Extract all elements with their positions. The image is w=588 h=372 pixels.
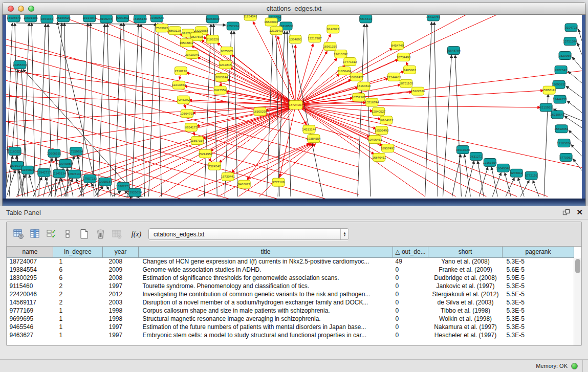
graph-node[interactable]: 25160521 (8, 147, 22, 156)
graph-node[interactable]: 10496463 (368, 136, 382, 144)
table-cell[interactable]: 19384554 (7, 266, 53, 274)
graph-node[interactable]: 15958112 (542, 86, 557, 94)
graph-node[interactable]: 22040527 (372, 107, 386, 116)
graph-node[interactable]: 10958187 (98, 178, 113, 186)
graph-node[interactable]: 18412764 (426, 15, 441, 21)
graph-node[interactable]: 13216744 (365, 98, 379, 106)
graph-node[interactable]: 10975887 (58, 159, 73, 167)
graph-node[interactable]: 6770962 (560, 153, 573, 161)
table-cell[interactable]: 1 (53, 323, 103, 331)
graph-node[interactable]: 12161654 (483, 158, 497, 166)
close-window-button[interactable] (8, 6, 14, 12)
table-cell[interactable]: Yano et al. (2008) (428, 257, 503, 266)
table-selector[interactable]: citations_edges.txt▲▼ (148, 228, 349, 240)
graph-node[interactable]: 20691406 (24, 15, 38, 22)
table-cell[interactable]: Corpus callosum shape and size in male p… (139, 307, 393, 315)
table-cell[interactable]: Changes of HCN gene expression and I(f) … (139, 257, 393, 266)
graph-node[interactable]: 17957233 (83, 174, 97, 183)
graph-node[interactable]: 16919229 (456, 146, 470, 154)
toggle-rows-button[interactable] (61, 228, 75, 241)
graph-node[interactable]: 13405573 (7, 15, 21, 22)
table-cell[interactable]: 2 (53, 290, 103, 298)
table-row[interactable]: 946362711997Embryonic stem cells: a mode… (7, 331, 574, 339)
table-cell[interactable]: 5.3E-5 (503, 282, 574, 290)
graph-node[interactable]: 7485083 (404, 65, 417, 74)
table-cell[interactable]: 22420046 (7, 290, 53, 298)
graph-node[interactable]: 16165130 (133, 15, 147, 23)
graph-node[interactable]: 9242845 (219, 61, 232, 69)
graph-node[interactable]: 16210643 (550, 111, 564, 119)
graph-node[interactable]: 8954173 (185, 123, 198, 132)
graph-node[interactable]: 18300295 (253, 107, 267, 116)
graph-node[interactable]: 18757105 (352, 93, 366, 101)
graph-node[interactable]: 2803144 (215, 73, 228, 81)
column-header-pagerank[interactable]: pagerank (503, 247, 574, 257)
graph-node[interactable]: 6772195 (525, 171, 538, 180)
graph-node[interactable]: 7563822 (156, 24, 168, 32)
graph-node[interactable]: 16053809 (206, 15, 220, 23)
table-cell[interactable]: 0 (393, 290, 428, 298)
graph-node[interactable]: 12213363 (172, 81, 186, 89)
graph-node[interactable]: 11156803 (21, 166, 35, 174)
table-cell[interactable]: Stergiakouli et al. (2012) (428, 290, 503, 298)
graph-node[interactable]: 17771312 (343, 58, 357, 66)
table-cell[interactable]: 14569117 (7, 298, 53, 307)
table-cell[interactable]: 9463627 (7, 331, 53, 339)
table-cell[interactable]: 0 (393, 307, 428, 315)
network-graph[interactable]: 1340557320691406946435425166520119140439… (6, 15, 582, 199)
table-row[interactable]: 1456911722003Disruption of a novel membe… (7, 298, 574, 307)
table-cell[interactable]: 0 (393, 282, 428, 290)
table-cell[interactable]: Wolkin et al. (1998) (428, 315, 503, 323)
graph-node[interactable]: 16543812 (180, 39, 194, 47)
float-panel-icon[interactable] (562, 209, 570, 216)
table-cell[interactable]: Tibbo et al. (1998) (428, 307, 503, 315)
zoom-window-button[interactable] (28, 6, 34, 12)
table-cell[interactable]: 2 (53, 298, 103, 307)
graph-node[interactable]: 9227343 (555, 65, 568, 74)
table-cell[interactable]: 0 (393, 323, 428, 331)
table-cell[interactable]: 5.3E-5 (503, 331, 574, 339)
graph-node[interactable]: 7357224 (227, 22, 239, 30)
table-cell[interactable]: 2003 (103, 298, 139, 307)
column-header-short[interactable]: short (428, 247, 503, 257)
graph-node[interactable]: 9875685 (221, 47, 233, 55)
table-cell[interactable]: Dudbridge et al. (2008) (428, 274, 503, 282)
graph-node[interactable]: 16648784 (447, 47, 461, 55)
graph-node[interactable]: 12905135 (68, 170, 82, 178)
table-cell[interactable]: 0 (393, 298, 428, 307)
new-column-button[interactable] (77, 228, 91, 241)
graph-node[interactable]: 16164612 (379, 116, 394, 124)
graph-node[interactable]: 18724007 (289, 101, 303, 110)
graph-node[interactable]: 15222676 (411, 87, 425, 95)
graph-node[interactable]: 8454749 (391, 41, 404, 50)
graph-node[interactable]: 9463627 (238, 180, 251, 188)
table-cell[interactable]: 5.6E-5 (503, 266, 574, 274)
column-header-title[interactable]: title (139, 247, 393, 257)
table-scrollbar-thumb[interactable] (575, 259, 580, 273)
graph-node[interactable]: 7246292 (177, 96, 190, 104)
graph-node[interactable]: 12942737 (37, 168, 51, 177)
graph-node[interactable]: 19384554 (307, 135, 321, 143)
function-builder-button[interactable]: f(x) (129, 228, 143, 241)
graph-node[interactable]: 17359924 (69, 147, 83, 156)
graph-node[interactable]: 15692951 (554, 125, 569, 133)
table-cell[interactable]: 6 (53, 274, 103, 282)
graph-node[interactable]: 16961339 (323, 42, 337, 51)
column-header-in_degree[interactable]: in_degree (53, 247, 103, 257)
network-canvas[interactable]: 1340557320691406946435425166520119140439… (6, 15, 582, 199)
table-cell[interactable]: 9777169 (7, 307, 53, 315)
table-row[interactable]: 2242004622012Investigating the contribut… (7, 290, 574, 298)
delete-column-button[interactable] (94, 228, 107, 241)
graph-node[interactable]: 12217987 (308, 34, 322, 42)
table-cell[interactable]: Jankovic et al. (1997) (428, 282, 503, 290)
table-row[interactable]: 911546021997Tourette syndrome. Phenomeno… (7, 282, 574, 290)
graph-node[interactable]: 9329966 (559, 52, 572, 60)
table-cell[interactable]: 5.5E-5 (503, 290, 574, 298)
table-row[interactable]: 977716911998Corpus callosum shape and si… (7, 307, 574, 315)
graph-node[interactable]: 2718176 (175, 67, 187, 75)
column-header-out_de[interactable]: △ out_de... (393, 247, 428, 257)
column-header-year[interactable]: year (103, 247, 139, 257)
graph-node[interactable]: 18505493 (375, 126, 389, 135)
table-cell[interactable]: 1997 (103, 282, 139, 290)
table-cell[interactable]: 2012 (103, 290, 139, 298)
